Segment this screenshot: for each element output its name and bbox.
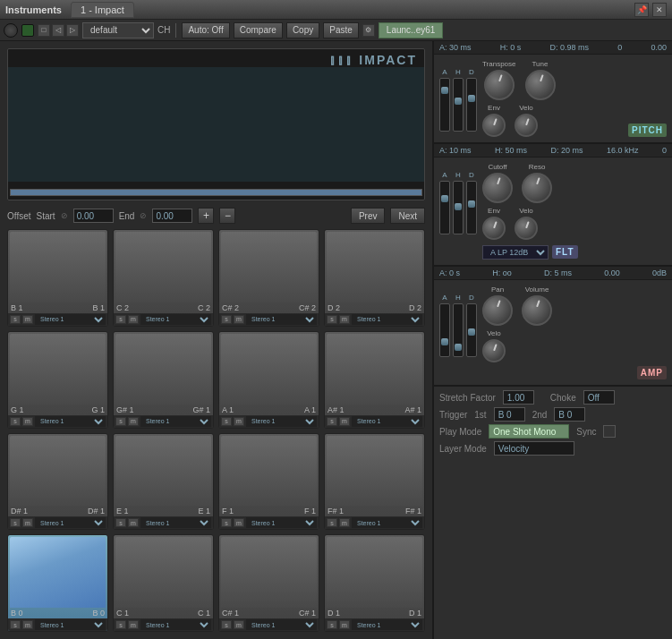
- pad-m-button[interactable]: m: [339, 417, 350, 426]
- pad-m-button[interactable]: m: [22, 620, 33, 629]
- filter-env-knob[interactable]: [482, 217, 506, 240]
- pad-s-button[interactable]: s: [115, 620, 126, 629]
- pad-channel-select[interactable]: Stereo 1: [352, 619, 422, 630]
- pad-cell[interactable]: B 0 B 0 s m Stereo 1: [7, 534, 108, 632]
- stretch-value[interactable]: 1.00: [503, 390, 534, 405]
- pitch-velo-knob[interactable]: [515, 114, 538, 137]
- pad-cell[interactable]: D# 1 D# 1 s m Stereo 1: [7, 433, 108, 531]
- play-mode-value[interactable]: One Shot Mono: [489, 424, 569, 439]
- layer-mode-value[interactable]: Velocity: [494, 441, 574, 456]
- pad-m-button[interactable]: m: [234, 417, 244, 426]
- pad-channel-select[interactable]: Stereo 1: [246, 517, 317, 528]
- pad-cell[interactable]: C 2 C 2 s m Stereo 1: [113, 229, 214, 327]
- pad-s-button[interactable]: s: [221, 315, 232, 324]
- pad-s-button[interactable]: s: [10, 620, 21, 629]
- pad-channel-select[interactable]: Stereo 1: [35, 619, 106, 630]
- pad-cell[interactable]: F# 1 F# 1 s m Stereo 1: [324, 433, 425, 531]
- pad-channel-select[interactable]: Stereo 1: [35, 517, 106, 528]
- pitch-h-track[interactable]: [453, 78, 464, 132]
- pad-channel-select[interactable]: Stereo 1: [140, 314, 211, 325]
- pad-m-button[interactable]: m: [128, 315, 139, 324]
- pad-s-button[interactable]: s: [221, 417, 232, 426]
- pad-m-button[interactable]: m: [339, 518, 350, 527]
- pad-m-button[interactable]: m: [339, 315, 350, 324]
- trigger-2nd-value[interactable]: B 0: [554, 407, 585, 422]
- pad-channel-select[interactable]: Stereo 1: [35, 314, 106, 325]
- sync-checkbox[interactable]: [603, 425, 616, 438]
- pad-m-button[interactable]: m: [22, 417, 33, 426]
- pad-channel-select[interactable]: Stereo 1: [35, 416, 106, 427]
- trigger-1st-value[interactable]: B 0: [494, 407, 525, 422]
- minus-button[interactable]: −: [219, 208, 235, 224]
- pan-knob[interactable]: [482, 295, 513, 326]
- pin-button[interactable]: 📌: [634, 3, 649, 17]
- pad-s-button[interactable]: s: [10, 315, 21, 324]
- pad-channel-select[interactable]: Stereo 1: [246, 416, 317, 427]
- pad-m-button[interactable]: m: [128, 620, 139, 629]
- pad-m-button[interactable]: m: [234, 518, 244, 527]
- pad-s-button[interactable]: s: [221, 620, 232, 629]
- pad-s-button[interactable]: s: [115, 518, 126, 527]
- pad-m-button[interactable]: m: [128, 518, 139, 527]
- compare-button[interactable]: Compare: [234, 22, 283, 38]
- pad-m-button[interactable]: m: [234, 315, 244, 324]
- preset-tag[interactable]: Launc..ey61: [379, 22, 444, 38]
- pad-channel-select[interactable]: Stereo 1: [246, 314, 317, 325]
- preset-dropdown[interactable]: default: [82, 22, 154, 38]
- plus-button[interactable]: +: [198, 208, 214, 224]
- pad-cell[interactable]: A# 1 A# 1 s m Stereo 1: [324, 331, 425, 429]
- pad-cell[interactable]: C# 2 C# 2 s m Stereo 1: [218, 229, 319, 327]
- pad-cell[interactable]: C# 1 C# 1 s m Stereo 1: [218, 534, 319, 632]
- pitch-d-track[interactable]: [466, 78, 477, 132]
- instrument-tab[interactable]: 1 - Impact: [71, 2, 134, 18]
- choke-value[interactable]: Off: [583, 390, 615, 405]
- settings-icon[interactable]: ⚙: [362, 24, 375, 37]
- paste-button[interactable]: Paste: [323, 22, 359, 38]
- pad-cell[interactable]: G# 1 G# 1 s m Stereo 1: [113, 331, 214, 429]
- tune-knob[interactable]: [525, 70, 556, 100]
- pad-m-button[interactable]: m: [22, 518, 33, 527]
- pad-channel-select[interactable]: Stereo 1: [140, 416, 211, 427]
- pitch-a-track[interactable]: [439, 78, 450, 132]
- pad-cell[interactable]: G 1 G 1 s m Stereo 1: [7, 331, 108, 429]
- waveform-scrollbar[interactable]: [10, 189, 422, 196]
- pad-channel-select[interactable]: Stereo 1: [246, 619, 317, 630]
- toolbar-icon-2[interactable]: ◁: [52, 24, 64, 37]
- pad-cell[interactable]: C 1 C 1 s m Stereo 1: [113, 534, 214, 632]
- prev-button[interactable]: Prev: [351, 208, 386, 224]
- pad-s-button[interactable]: s: [327, 315, 337, 324]
- filter-a-track[interactable]: [439, 181, 450, 234]
- pad-s-button[interactable]: s: [10, 518, 21, 527]
- pad-s-button[interactable]: s: [10, 417, 21, 426]
- pad-m-button[interactable]: m: [234, 620, 244, 629]
- amp-a-track[interactable]: [439, 303, 450, 357]
- filter-d-track[interactable]: [466, 181, 477, 234]
- pad-m-button[interactable]: m: [22, 315, 33, 324]
- pad-cell[interactable]: F 1 F 1 s m Stereo 1: [218, 433, 319, 531]
- reso-knob[interactable]: [522, 173, 552, 203]
- volume-knob[interactable]: [522, 295, 552, 326]
- close-button[interactable]: ✕: [652, 3, 667, 17]
- amp-d-track[interactable]: [466, 303, 477, 357]
- pad-s-button[interactable]: s: [327, 518, 337, 527]
- pad-channel-select[interactable]: Stereo 1: [352, 416, 422, 427]
- pad-cell[interactable]: E 1 E 1 s m Stereo 1: [113, 433, 214, 531]
- toolbar-icon-1[interactable]: □: [38, 24, 50, 37]
- next-button[interactable]: Next: [390, 208, 425, 224]
- filter-velo-knob[interactable]: [515, 217, 538, 240]
- power-button[interactable]: [4, 23, 18, 38]
- waveform-area[interactable]: [8, 67, 424, 182]
- start-value-input[interactable]: [73, 209, 114, 223]
- pad-channel-select[interactable]: Stereo 1: [140, 619, 211, 630]
- pad-cell[interactable]: A 1 A 1 s m Stereo 1: [218, 331, 319, 429]
- toolbar-icon-3[interactable]: ▷: [66, 24, 79, 37]
- pad-cell[interactable]: D 2 D 2 s m Stereo 1: [324, 229, 425, 327]
- cutoff-knob[interactable]: [482, 173, 513, 203]
- copy-button[interactable]: Copy: [286, 22, 319, 38]
- pad-channel-select[interactable]: Stereo 1: [352, 517, 422, 528]
- pad-m-button[interactable]: m: [128, 417, 139, 426]
- pad-s-button[interactable]: s: [115, 417, 126, 426]
- end-value-input[interactable]: [152, 209, 192, 223]
- pad-cell[interactable]: B 1 B 1 s m Stereo 1: [7, 229, 108, 327]
- amp-h-track[interactable]: [453, 303, 464, 357]
